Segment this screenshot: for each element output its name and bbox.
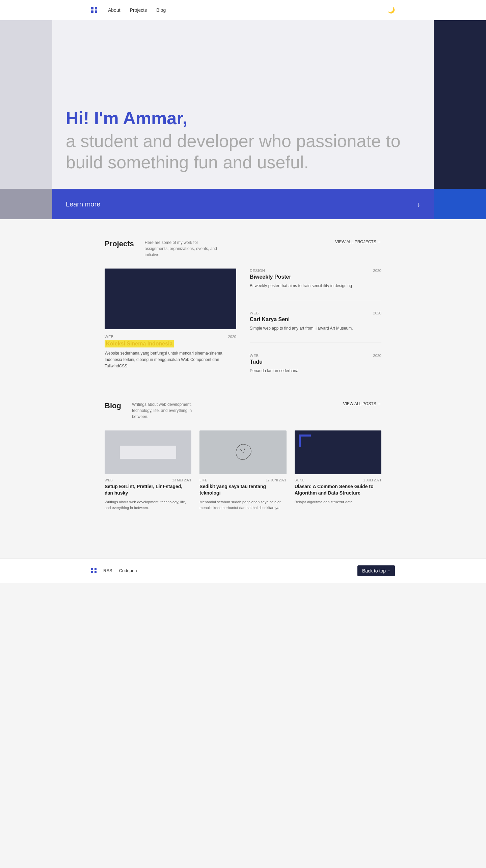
hero-tagline: a student and developer who passionate t… bbox=[66, 131, 420, 173]
blog-thumbnail bbox=[199, 430, 286, 474]
main-content: Projects Here are some of my work for as… bbox=[91, 219, 395, 531]
projects-description: Here are some of my work for assignments… bbox=[145, 240, 219, 258]
hero-text: Hi! I'm Ammar, a student and developer w… bbox=[66, 109, 420, 173]
footer-left: RSS Codepen bbox=[91, 568, 137, 573]
project-tag: WEB bbox=[250, 311, 259, 315]
blob-illustration bbox=[230, 439, 256, 466]
blog-meta: BUKU 1 JULI 2021 bbox=[295, 478, 381, 482]
project-tag: WEB bbox=[105, 335, 114, 339]
nav-logo[interactable] bbox=[91, 7, 97, 13]
blog-meta: WEB 23 MEI 2021 bbox=[105, 478, 191, 482]
blog-date: 23 MEI 2021 bbox=[172, 478, 192, 482]
codepen-link[interactable]: Codepen bbox=[119, 568, 137, 573]
project-item: WEB 2020 Cari Karya Seni Simple web app … bbox=[250, 311, 381, 332]
footer-logo[interactable] bbox=[91, 568, 97, 573]
blog-post-title[interactable]: Sedikit yang saya tau tentang teknologi bbox=[199, 483, 286, 497]
rss-link[interactable]: RSS bbox=[103, 568, 112, 573]
project-tag: DESIGN bbox=[250, 269, 265, 273]
projects-list: DESIGN 2020 Biweekly Poster Bi-weekly po… bbox=[250, 269, 381, 374]
learn-more-band: Learn more ↓ bbox=[0, 189, 486, 219]
back-to-top-arrow-icon: ↑ bbox=[388, 568, 390, 573]
view-all-posts-link[interactable]: VIEW ALL POSTS → bbox=[343, 401, 381, 406]
dark-mode-toggle[interactable]: 🌙 bbox=[387, 6, 395, 14]
project-desc: Penanda laman sederhana bbox=[250, 368, 381, 374]
learn-more-label: Learn more bbox=[66, 200, 100, 208]
hero-center-block: Hi! I'm Ammar, a student and developer w… bbox=[52, 20, 434, 189]
projects-section: Projects Here are some of my work for as… bbox=[105, 240, 381, 374]
back-to-top-label: Back to top bbox=[362, 568, 386, 573]
project-name[interactable]: Cari Karya Seni bbox=[250, 316, 381, 323]
project-year: 2020 bbox=[373, 311, 381, 315]
lm-right-block bbox=[434, 189, 486, 219]
blog-excerpt: Menandai setahun sudah perjalanan saya b… bbox=[199, 499, 286, 511]
blog-card: WEB 23 MEI 2021 Setup ESLint, Prettier, … bbox=[105, 430, 191, 511]
project-desc: Website sederhana yang berfungsi untuk m… bbox=[105, 350, 236, 370]
blog-tag: BUKU bbox=[295, 478, 305, 482]
projects-grid: WEB 2020 Koleksi Sinema Indonesia Websit… bbox=[105, 269, 381, 374]
svg-point-1 bbox=[244, 448, 245, 449]
project-meta: WEB 2020 bbox=[105, 335, 236, 339]
blog-header: Blog Writings about web development, tec… bbox=[105, 401, 381, 420]
project-name[interactable]: Biweekly Poster bbox=[250, 274, 381, 280]
nav-link-blog[interactable]: Blog bbox=[156, 7, 166, 13]
blog-tag: LIFE bbox=[199, 478, 207, 482]
hero-section: Hi! I'm Ammar, a student and developer w… bbox=[0, 20, 486, 189]
hero-greeting: Hi! I'm Ammar, bbox=[66, 109, 420, 128]
learn-more-button[interactable]: Learn more ↓ bbox=[52, 189, 434, 219]
blog-thumbnail bbox=[105, 430, 191, 474]
blog-thumbnail bbox=[295, 430, 381, 474]
back-to-top-button[interactable]: Back to top ↑ bbox=[357, 565, 395, 576]
navbar: About Projects Blog 🌙 bbox=[0, 0, 486, 20]
nav-link-about[interactable]: About bbox=[108, 7, 120, 13]
learn-more-arrow-icon: ↓ bbox=[417, 200, 420, 208]
lm-left-block bbox=[0, 189, 52, 219]
projects-title: Projects bbox=[105, 240, 134, 248]
featured-project: WEB 2020 Koleksi Sinema Indonesia Websit… bbox=[105, 269, 236, 374]
nav-link-projects[interactable]: Projects bbox=[130, 7, 147, 13]
blog-post-title[interactable]: Setup ESLint, Prettier, Lint-staged, dan… bbox=[105, 483, 191, 497]
project-tag: WEB bbox=[250, 354, 259, 358]
blog-title: Blog bbox=[105, 401, 121, 410]
blog-meta: LIFE 12 JUNI 2021 bbox=[199, 478, 286, 482]
bracket-icon bbox=[299, 435, 311, 447]
blog-date: 12 JUNI 2021 bbox=[266, 478, 287, 482]
project-year: 2020 bbox=[373, 269, 381, 273]
blog-excerpt: Writings about web development, technolo… bbox=[105, 499, 191, 511]
blog-section: Blog Writings about web development, tec… bbox=[105, 401, 381, 511]
blog-card: LIFE 12 JUNI 2021 Sedikit yang saya tau … bbox=[199, 430, 286, 511]
project-thumbnail bbox=[105, 269, 236, 329]
hero-right-block bbox=[434, 20, 486, 189]
blog-excerpt: Belajar algoritma dan struktrur data bbox=[295, 499, 381, 505]
blog-description: Writings about web development, technolo… bbox=[132, 401, 206, 420]
project-name[interactable]: Koleksi Sinema Indonesia bbox=[105, 340, 174, 347]
hero-left-block bbox=[0, 20, 52, 189]
blog-post-title[interactable]: Ulasan: A Common Sense Guide to Algorith… bbox=[295, 483, 381, 497]
project-name[interactable]: Tudu bbox=[250, 359, 381, 365]
projects-header: Projects Here are some of my work for as… bbox=[105, 240, 381, 258]
blog-card: BUKU 1 JULI 2021 Ulasan: A Common Sense … bbox=[295, 430, 381, 511]
blog-date: 1 JULI 2021 bbox=[363, 478, 381, 482]
blog-grid: WEB 23 MEI 2021 Setup ESLint, Prettier, … bbox=[105, 430, 381, 511]
project-item: DESIGN 2020 Biweekly Poster Bi-weekly po… bbox=[250, 269, 381, 289]
project-year: 2020 bbox=[228, 335, 236, 339]
blog-tag: WEB bbox=[105, 478, 113, 482]
view-all-projects-link[interactable]: VIEW ALL PROJECTS → bbox=[335, 240, 381, 244]
project-desc: Bi-weekly poster that aims to train sens… bbox=[250, 283, 381, 289]
nav-links: About Projects Blog bbox=[108, 7, 166, 13]
project-item: WEB 2020 Tudu Penanda laman sederhana bbox=[250, 354, 381, 374]
project-desc: Simple web app to find any art from Harv… bbox=[250, 325, 381, 332]
project-year: 2020 bbox=[373, 354, 381, 358]
footer: RSS Codepen Back to top ↑ bbox=[0, 558, 486, 583]
svg-point-0 bbox=[240, 448, 241, 449]
